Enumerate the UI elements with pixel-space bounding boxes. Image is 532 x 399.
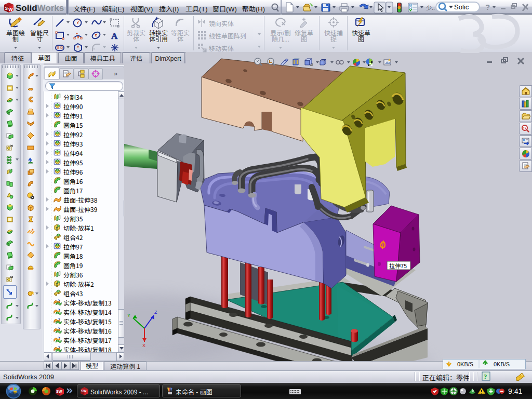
svg-text:Y: Y [127, 313, 130, 318]
svg-text:0KB/S: 0KB/S [457, 361, 473, 367]
svg-text:Z: Z [154, 310, 157, 315]
svg-text:拉伸75: 拉伸75 [389, 261, 407, 270]
svg-text:?: ? [484, 373, 487, 380]
svg-text:Solic: Solic [454, 3, 469, 11]
svg-text:SolidWorks: SolidWorks [16, 3, 64, 13]
svg-text:A: A [111, 31, 118, 41]
svg-text:SW: SW [81, 389, 87, 393]
svg-text:S: S [5, 6, 8, 11]
svg-text:X: X [142, 343, 145, 348]
svg-text:W: W [8, 7, 13, 12]
svg-text:SW: SW [56, 390, 62, 393]
svg-text:少..: 少.. [426, 3, 435, 11]
svg-text:0KB/S: 0KB/S [494, 361, 510, 367]
svg-text:S: S [523, 126, 526, 130]
